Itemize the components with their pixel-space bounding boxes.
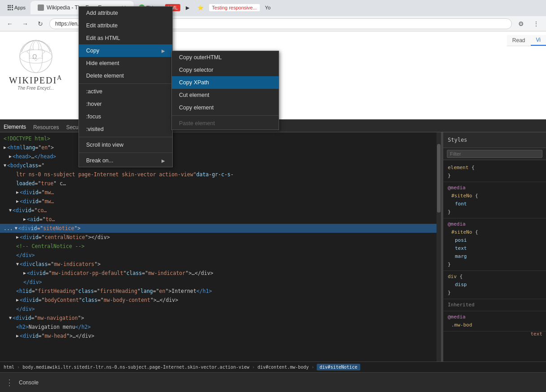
submenu-copy-xpath[interactable]: Copy XPath: [172, 76, 279, 89]
apps-bookmark[interactable]: Apps: [5, 4, 28, 11]
html-line-closediv3: </div>: [0, 305, 441, 314]
html-line-h2: <h2> Navigation menu </h2>: [0, 322, 441, 331]
menu-divider-1: [79, 83, 172, 84]
devtools-resources-tab[interactable]: Resources: [33, 124, 59, 131]
devtools-panel: <!DOCTYPE html> ▶ <html lang="en"> ▶ <he…: [0, 132, 546, 392]
html-line-mw-indicators: ▼ <div class="mw-indicators">: [0, 260, 441, 269]
scrollbar-thumb[interactable]: [437, 144, 441, 213]
styles-filter-input[interactable]: [447, 150, 542, 158]
menu-item-copy[interactable]: Copy ▶: [79, 44, 172, 57]
extensions-button[interactable]: ⚙: [515, 17, 527, 30]
html-line-html: ▶ <html lang="en">: [0, 143, 441, 152]
menu-item-break-on[interactable]: Break on... ▶: [79, 154, 172, 167]
html-line-a-top: ▶ <a id="to…: [0, 215, 441, 224]
elements-tree: <!DOCTYPE html> ▶ <html lang="en"> ▶ <he…: [0, 132, 441, 362]
menu-divider-2: [79, 137, 172, 137]
reload-button[interactable]: ↻: [34, 17, 47, 30]
html-line-h1: <h1 id="firstHeading" class="firstHeadin…: [0, 287, 441, 296]
html-line-body-content: ▶ <div id="bodyContent" class="mw-body-c…: [0, 296, 441, 305]
breadcrumb-content[interactable]: div#content.mw-body: [258, 365, 309, 370]
breadcrumb-html[interactable]: html: [4, 365, 14, 370]
style-selector: element: [448, 165, 468, 170]
tri-mw2[interactable]: ▶: [16, 197, 19, 205]
html-line-mw-head: ▶ <div id="mw-head">…</div>: [0, 331, 441, 340]
console-tab[interactable]: Console: [19, 379, 39, 386]
tri-bc[interactable]: ▶: [16, 296, 19, 304]
menu-item-edit-attr[interactable]: Edit attribute: [79, 19, 172, 32]
vi-button[interactable]: Vi: [531, 35, 546, 46]
html-tree-content: <!DOCTYPE html> ▶ <html lang="en"> ▶ <he…: [0, 132, 441, 342]
menu-divider-3: [79, 152, 172, 153]
submenu-divider: [172, 115, 279, 116]
menu-item-add-attr[interactable]: Add attribute: [79, 7, 172, 19]
menu-item-hover[interactable]: :hover: [79, 98, 172, 110]
breadcrumb-site-notice[interactable]: div#siteNotice: [317, 364, 360, 370]
menu-item-delete[interactable]: Delete element: [79, 70, 172, 82]
inherited-label: Inherited: [448, 302, 475, 308]
triangle-head[interactable]: ▶: [9, 152, 12, 161]
wiki-globe-icon: Ω: [18, 39, 54, 74]
submenu-copy-selector[interactable]: Copy selector: [172, 64, 279, 76]
wiki-subtitle: The Free Encycl...: [17, 86, 54, 91]
copy-submenu-arrow: ▶: [162, 48, 165, 53]
triangle-html[interactable]: ▶: [4, 144, 6, 152]
styles-tab[interactable]: Styles: [448, 135, 467, 145]
html-line-site-notice[interactable]: ... ▼ <div id="siteNotice">: [0, 224, 441, 233]
html-line-div-mw1: ▶ <div id="mw…: [0, 188, 441, 197]
html-line-closediv2: </div>: [0, 278, 441, 287]
menu-button[interactable]: ⋮: [530, 17, 542, 30]
submenu-copy-outerhtml[interactable]: Copy outerHTML: [172, 51, 279, 64]
style-rule-element: element { }: [443, 162, 546, 182]
tri-nav[interactable]: ▼: [9, 314, 12, 322]
tri-head[interactable]: ▶: [16, 332, 19, 340]
triangle-body[interactable]: ▼: [4, 161, 6, 170]
menu-item-scroll[interactable]: Scroll into view: [79, 139, 172, 151]
tri-cn[interactable]: ▶: [16, 233, 19, 241]
tri-indicator-pp[interactable]: ▶: [23, 269, 26, 277]
tri-indicators[interactable]: ▼: [16, 260, 19, 268]
menu-item-edit-html[interactable]: Edit as HTML: [79, 32, 172, 44]
breadcrumb-body[interactable]: body.mediawiki.ltr.sitedir-ltr.ns-0.ns-s…: [22, 365, 249, 370]
style-rule-inherited: Inherited: [443, 299, 546, 311]
svg-text:Ω: Ω: [32, 53, 37, 60]
styles-panel: Styles element { } @media #siteNo {: [443, 132, 546, 362]
submenu-paste-elem[interactable]: Paste element: [172, 117, 279, 130]
bookmark-yo[interactable]: Yo: [262, 4, 273, 11]
scrollbar-track[interactable]: [437, 132, 441, 362]
style-rule-media1: @media #siteNo { font }: [443, 182, 546, 218]
copy-submenu: Copy outerHTML Copy selector Copy XPath …: [171, 51, 279, 130]
html-line-head: ▶ <head>…</head>: [0, 152, 441, 161]
style-rule-div: div { disp }: [443, 271, 546, 299]
tri-notice[interactable]: ▼: [15, 224, 17, 232]
menu-item-active[interactable]: :active: [79, 85, 172, 98]
apps-label: Apps: [14, 5, 26, 10]
menu-item-focus[interactable]: :focus: [79, 110, 172, 123]
bookmark-flag[interactable]: ▶: [183, 4, 192, 12]
html-line-closediv1: </div>: [0, 251, 441, 260]
html-line-body-class: ltr ns-0 ns-subject page-Internet skin-v…: [0, 170, 441, 179]
status-bar: html › body.mediawiki.ltr.sitedir-ltr.ns…: [0, 362, 546, 372]
html-line-body: ▼ <body class=": [0, 161, 441, 170]
read-button[interactable]: Read: [507, 35, 531, 46]
style-rule-media2: @media #siteNo { posi text marg }: [443, 218, 546, 271]
forward-button[interactable]: →: [19, 17, 31, 30]
back-button[interactable]: ←: [4, 17, 16, 30]
html-line-div-mw2: ▶ <div id="mw…: [0, 197, 441, 206]
submenu-cut-elem[interactable]: Cut element: [172, 89, 279, 101]
tri-co[interactable]: ▼: [9, 206, 12, 214]
submenu-copy-elem[interactable]: Copy element: [172, 101, 279, 114]
styles-content: element { } @media #siteNo { font }: [443, 160, 546, 362]
tri-a-top[interactable]: ▶: [23, 215, 26, 223]
styles-header: Styles: [443, 132, 546, 148]
menu-item-visited[interactable]: :visited: [79, 123, 172, 135]
text-value: text: [531, 330, 543, 338]
context-menu: Add attribute Edit attribute Edit as HTM…: [79, 6, 173, 167]
bookmark-testing[interactable]: Testing responsive...: [209, 4, 259, 11]
tri-mw1[interactable]: ▶: [16, 188, 19, 196]
html-line-mw-nav: ▼ <div id="mw-navigation">: [0, 314, 441, 322]
menu-item-hide[interactable]: Hide element: [79, 57, 172, 70]
wiki-title: WIKIPEDIA: [9, 74, 62, 86]
devtools-menu-icon[interactable]: ⋮: [5, 378, 13, 388]
bookmark-extra[interactable]: ⭐: [195, 4, 206, 12]
html-line-central-notice: ▶ <div id="centralNotice"></div>: [0, 233, 441, 242]
